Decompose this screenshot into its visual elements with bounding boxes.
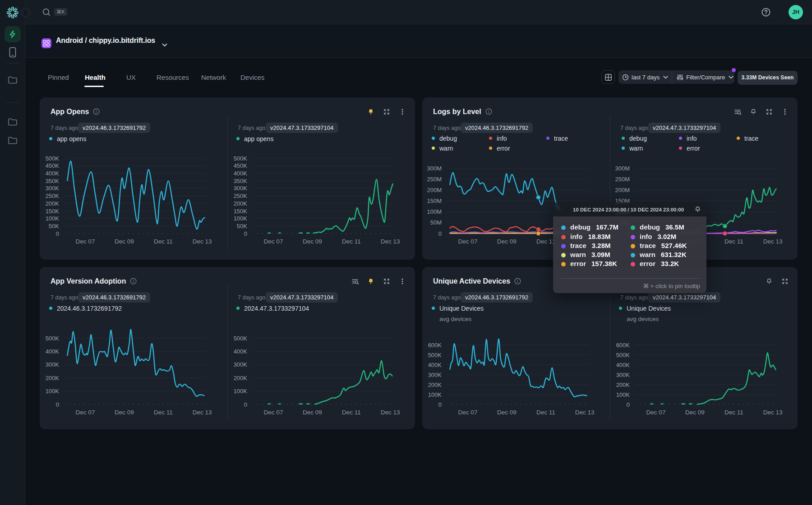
- svg-text:300K: 300K: [234, 185, 248, 192]
- svg-text:Dec 13: Dec 13: [193, 238, 212, 245]
- svg-text:0: 0: [438, 401, 442, 408]
- svg-text:Dec 09: Dec 09: [303, 238, 322, 245]
- svg-text:Dec 07: Dec 07: [458, 409, 478, 416]
- svg-text:Dec 09: Dec 09: [497, 409, 517, 416]
- svg-text:150K: 150K: [46, 208, 60, 215]
- svg-text:150K: 150K: [234, 208, 248, 215]
- svg-text:500K: 500K: [234, 335, 248, 342]
- svg-text:Dec 11: Dec 11: [536, 238, 555, 245]
- svg-text:300M: 300M: [427, 165, 442, 172]
- svg-text:300K: 300K: [46, 361, 60, 368]
- svg-text:0: 0: [438, 230, 442, 237]
- svg-text:300K: 300K: [234, 361, 248, 368]
- svg-text:300M: 300M: [615, 165, 630, 172]
- svg-text:350K: 350K: [46, 178, 60, 184]
- svg-text:450K: 450K: [46, 162, 60, 169]
- svg-text:Dec 07: Dec 07: [458, 238, 478, 245]
- svg-text:100K: 100K: [234, 215, 248, 222]
- svg-text:Dec 07: Dec 07: [76, 238, 95, 245]
- svg-text:400K: 400K: [46, 348, 60, 355]
- svg-text:100K: 100K: [46, 388, 60, 395]
- svg-text:Dec 13: Dec 13: [381, 409, 400, 416]
- svg-text:200M: 200M: [427, 187, 442, 193]
- svg-text:600K: 600K: [616, 342, 630, 349]
- svg-text:450K: 450K: [234, 162, 248, 169]
- svg-text:0: 0: [627, 401, 630, 408]
- svg-text:Dec 11: Dec 11: [536, 409, 555, 416]
- svg-text:Dec 09: Dec 09: [497, 238, 517, 245]
- svg-text:250K: 250K: [46, 193, 60, 199]
- svg-text:Dec 11: Dec 11: [342, 238, 361, 245]
- svg-text:400K: 400K: [234, 348, 248, 355]
- svg-text:250M: 250M: [615, 176, 630, 183]
- svg-text:300K: 300K: [428, 372, 442, 378]
- svg-text:500K: 500K: [616, 352, 630, 358]
- svg-text:Dec 13: Dec 13: [381, 238, 400, 245]
- svg-text:Dec 09: Dec 09: [115, 409, 134, 416]
- svg-text:150M: 150M: [427, 197, 442, 204]
- svg-text:300K: 300K: [46, 185, 60, 192]
- svg-text:400K: 400K: [428, 362, 442, 368]
- svg-text:500K: 500K: [234, 155, 248, 162]
- svg-text:400K: 400K: [616, 362, 630, 368]
- svg-text:0: 0: [56, 230, 59, 237]
- svg-text:400K: 400K: [234, 170, 248, 177]
- svg-text:Dec 07: Dec 07: [264, 409, 283, 416]
- svg-text:200K: 200K: [616, 381, 630, 388]
- svg-text:100K: 100K: [234, 388, 248, 395]
- svg-text:Dec 09: Dec 09: [685, 409, 705, 416]
- svg-text:250M: 250M: [427, 176, 442, 183]
- svg-text:Dec 13: Dec 13: [763, 409, 783, 416]
- svg-text:Dec 11: Dec 11: [724, 238, 743, 245]
- svg-text:300K: 300K: [616, 372, 630, 378]
- svg-text:250K: 250K: [234, 193, 248, 199]
- svg-text:600K: 600K: [428, 342, 442, 349]
- svg-text:500K: 500K: [428, 352, 442, 358]
- svg-text:200K: 200K: [234, 375, 248, 381]
- svg-text:200K: 200K: [46, 200, 60, 207]
- svg-text:Dec 13: Dec 13: [763, 238, 783, 245]
- svg-text:Dec 07: Dec 07: [264, 238, 283, 245]
- svg-text:Dec 11: Dec 11: [342, 409, 361, 416]
- svg-text:0: 0: [244, 230, 247, 237]
- svg-text:Dec 09: Dec 09: [303, 409, 322, 416]
- svg-text:500K: 500K: [46, 155, 60, 162]
- svg-text:Dec 11: Dec 11: [154, 409, 173, 416]
- svg-text:50M: 50M: [430, 219, 442, 226]
- svg-text:Dec 13: Dec 13: [193, 409, 212, 416]
- svg-text:Dec 11: Dec 11: [724, 409, 743, 416]
- svg-text:50K: 50K: [49, 223, 59, 230]
- svg-text:200M: 200M: [615, 187, 630, 193]
- svg-text:100M: 100M: [427, 208, 442, 215]
- svg-text:50K: 50K: [237, 223, 247, 230]
- svg-text:200K: 200K: [428, 381, 442, 388]
- svg-text:350K: 350K: [234, 178, 248, 184]
- svg-text:200K: 200K: [46, 375, 60, 381]
- svg-text:500K: 500K: [46, 335, 60, 342]
- svg-text:0: 0: [244, 401, 247, 408]
- svg-text:100K: 100K: [46, 215, 60, 222]
- svg-text:Dec 11: Dec 11: [154, 238, 173, 245]
- svg-text:Dec 13: Dec 13: [575, 409, 595, 416]
- svg-text:200K: 200K: [234, 200, 248, 207]
- svg-text:100K: 100K: [616, 391, 630, 398]
- svg-text:400K: 400K: [46, 170, 60, 177]
- svg-text:Dec 07: Dec 07: [646, 409, 666, 416]
- svg-text:Dec 07: Dec 07: [76, 409, 95, 416]
- svg-text:Dec 09: Dec 09: [115, 238, 134, 245]
- svg-text:0: 0: [56, 401, 59, 408]
- svg-text:100K: 100K: [428, 391, 442, 398]
